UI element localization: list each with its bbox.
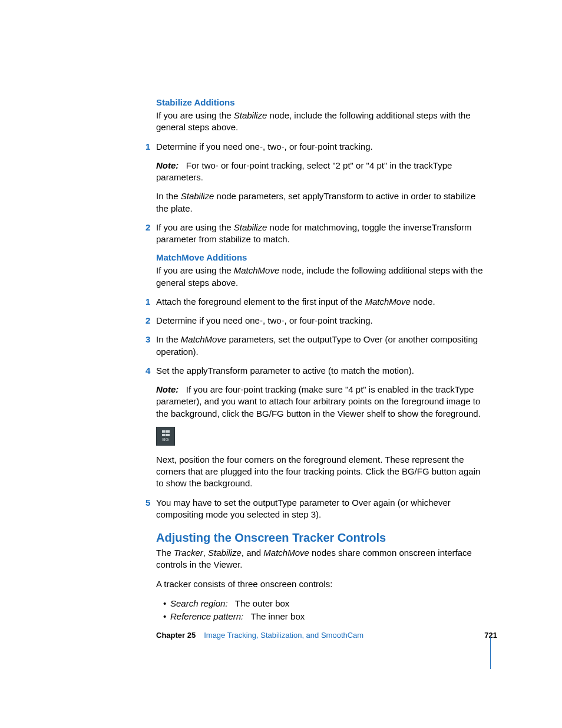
bullet-desc — [246, 611, 250, 621]
step-text: Determine if you need one-, two-, or fou… — [156, 141, 373, 151]
step-text: Determine if you need one-, two-, or fou… — [156, 315, 373, 325]
stabilize-steps: 1 Determine if you need one-, two-, or f… — [156, 141, 485, 246]
text: Attach the foreground element to the fir… — [156, 297, 365, 307]
term-matchmove: MatchMove — [263, 548, 309, 558]
page-content: Stabilize Additions If you are using the… — [0, 0, 562, 728]
stabilize-intro: If you are using the Stabilize node, inc… — [156, 110, 485, 134]
list-item: Reference pattern: The inner box — [163, 610, 485, 624]
step-number: 1 — [146, 296, 150, 308]
text: , and — [242, 548, 264, 558]
bullet-term: Search region: — [170, 598, 228, 608]
icon-label: BG — [162, 437, 169, 442]
step-number: 1 — [146, 141, 150, 153]
term-tracker: Tracker — [174, 548, 203, 558]
tracker-controls-list: Search region: The outer box Reference p… — [163, 597, 485, 624]
note-block: Note: If you are four-point tracking (ma… — [156, 384, 485, 420]
note-text — [181, 160, 186, 170]
term-stabilize: Stabilize — [234, 110, 267, 120]
footer-left: Chapter 25 Image Tracking, Stabilization… — [156, 631, 363, 640]
bg-fg-icon: BG — [156, 427, 175, 446]
text: node. — [411, 297, 435, 307]
note-text: For two- or four-point tracking, select … — [156, 160, 452, 182]
term-matchmove: MatchMove — [365, 297, 411, 307]
note-label: Note: — [156, 160, 178, 170]
text: If you are using the — [156, 265, 234, 275]
note-label: Note: — [156, 384, 178, 394]
chapter-label: Chapter 25 — [156, 631, 196, 640]
step-number: 5 — [146, 497, 150, 509]
bullet-desc: The outer box — [235, 598, 290, 608]
matchmove-steps: 1 Attach the foreground element to the f… — [156, 296, 485, 521]
list-item: 1 Determine if you need one-, two-, or f… — [156, 141, 485, 215]
term-matchmove: MatchMove — [234, 265, 280, 275]
text: , — [203, 548, 208, 558]
term-stabilize: Stabilize — [181, 191, 214, 201]
page-number: 721 — [484, 631, 497, 640]
step-extra: In the Stabilize node parameters, set ap… — [156, 190, 485, 215]
list-item: 4 Set the applyTransform parameter to ac… — [156, 365, 485, 490]
step-text: You may have to set the outputType param… — [156, 498, 451, 519]
step-text: Set the applyTransform parameter to acti… — [156, 365, 414, 375]
bullet-desc: The inner box — [251, 611, 305, 621]
list-item: 3 In the MatchMove parameters, set the o… — [156, 334, 485, 358]
heading-matchmove: MatchMove Additions — [156, 252, 485, 262]
note-text: If you are four-point tracking (make sur… — [156, 384, 481, 419]
page-footer: Chapter 25 Image Tracking, Stabilization… — [156, 631, 497, 640]
text: If you are using the — [156, 222, 234, 232]
section-title-adjusting: Adjusting the Onscreen Tracker Controls — [156, 531, 485, 545]
text: In the — [156, 191, 181, 201]
step-number: 4 — [146, 365, 150, 377]
step-number: 3 — [146, 334, 150, 345]
note-block: Note: For two- or four-point tracking, s… — [156, 160, 485, 184]
adjusting-intro: The Tracker, Stabilize, and MatchMove no… — [156, 547, 485, 571]
grid-icon — [162, 430, 170, 436]
term-stabilize: Stabilize — [208, 548, 242, 558]
step-extra: Next, position the four corners on the f… — [156, 454, 485, 490]
text: The — [156, 548, 174, 558]
text: In the — [156, 334, 181, 344]
margin-rule — [490, 637, 491, 669]
term-stabilize: Stabilize — [234, 222, 267, 232]
list-item: 5 You may have to set the outputType par… — [156, 497, 485, 521]
chapter-title: Image Tracking, Stabilization, and Smoot… — [204, 631, 363, 640]
step-number: 2 — [146, 222, 150, 233]
bullet-desc — [230, 598, 235, 608]
list-item: Search region: The outer box — [163, 597, 485, 611]
text: If you are using the — [156, 110, 234, 120]
matchmove-intro: If you are using the MatchMove node, inc… — [156, 265, 485, 289]
heading-stabilize: Stabilize Additions — [156, 97, 485, 107]
step-number: 2 — [146, 315, 150, 327]
note-text — [181, 384, 186, 394]
term-matchmove: MatchMove — [181, 334, 227, 344]
adjusting-line: A tracker consists of three onscreen con… — [156, 578, 485, 590]
list-item: 1 Attach the foreground element to the f… — [156, 296, 485, 308]
list-item: 2 If you are using the Stabilize node fo… — [156, 222, 485, 246]
bullet-term: Reference pattern: — [170, 611, 243, 621]
list-item: 2 Determine if you need one-, two-, or f… — [156, 315, 485, 327]
